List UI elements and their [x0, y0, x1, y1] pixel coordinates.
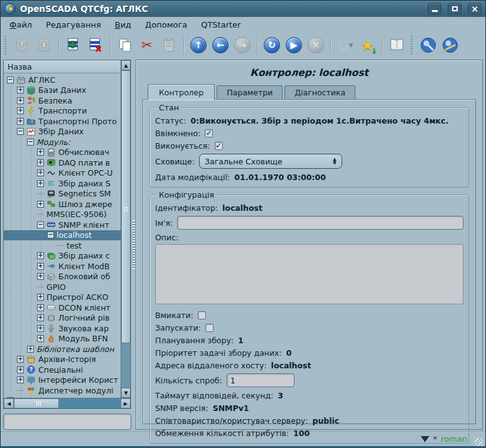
expand-icon[interactable]: +: [17, 118, 24, 125]
back-button[interactable]: ←: [211, 36, 230, 55]
expand-icon[interactable]: +: [37, 294, 44, 301]
tree-item-збір-даних-с[interactable]: +Збір даних с: [4, 251, 121, 262]
tree-item-архіви-історія[interactable]: +Архіви-Історія: [4, 355, 121, 365]
tree-item-аглкс[interactable]: −АГЛКС: [4, 75, 121, 85]
copy-item-button[interactable]: [116, 36, 134, 55]
to-enable-checkbox[interactable]: [198, 311, 206, 319]
tab-діагностика[interactable]: Діагностика: [284, 85, 355, 99]
collapse-icon[interactable]: −: [47, 232, 54, 238]
tree-item-dcon-клієнт[interactable]: +DCONDCON клієнт: [4, 302, 121, 313]
name-field[interactable]: [177, 216, 463, 230]
tree-item-segnetics-sm[interactable]: Segnetics SM: [4, 189, 121, 200]
favorites-dropdown-icon[interactable]: ▼: [348, 42, 353, 48]
menu-item-3[interactable]: Вид: [109, 18, 138, 31]
expand-icon[interactable]: +: [37, 304, 44, 311]
expand-icon[interactable]: +: [37, 169, 44, 176]
tree-item-блоковий-об[interactable]: +Блоковий об: [4, 272, 121, 282]
spinner-arrows-icon[interactable]: ▲▼: [328, 157, 342, 165]
tab-параметри[interactable]: Параметри: [217, 85, 283, 99]
expand-icon[interactable]: +: [17, 376, 24, 383]
horizontal-scroll-track[interactable]: [59, 398, 121, 408]
scroll-down-button[interactable]: ▼: [121, 388, 131, 398]
tree-item-клієнт-modb[interactable]: +Клієнт ModB: [4, 261, 121, 272]
menu-item-2[interactable]: Редагування: [40, 18, 107, 31]
expand-icon[interactable]: +: [37, 252, 44, 259]
expand-icon[interactable]: +: [37, 314, 44, 321]
collapse-icon[interactable]: −: [7, 77, 14, 83]
collapse-icon[interactable]: −: [37, 221, 44, 228]
tree-item-клієнт-opc-u[interactable]: +Клієнт OPC-U: [4, 168, 121, 179]
panel-splitter[interactable]: [131, 60, 136, 430]
toolbar-grip[interactable]: [411, 36, 414, 55]
expand-icon[interactable]: +: [17, 366, 24, 373]
tree-item-диспетчер-модулі[interactable]: Диспетчер модулі: [4, 385, 121, 396]
tree-item-partial-31[interactable]: +: [4, 396, 121, 398]
vertical-scroll-thumb[interactable]: [121, 70, 131, 343]
expand-icon[interactable]: +: [37, 180, 44, 187]
to-start-checkbox[interactable]: [205, 324, 213, 332]
expand-icon[interactable]: +: [37, 201, 44, 208]
tree-item-спеціальні[interactable]: +?Спеціальні: [4, 365, 121, 375]
refresh-button[interactable]: ↻: [262, 36, 281, 55]
toolbar-grip[interactable]: [4, 36, 8, 55]
expand-icon[interactable]: +: [37, 325, 44, 332]
tree-item-транспорти[interactable]: +Транспорти: [4, 106, 121, 117]
tree-item-логічний-рів[interactable]: +Логічний рів: [4, 313, 121, 324]
collapse-icon[interactable]: −: [17, 128, 24, 135]
horizontal-scroll-thumb[interactable]: [14, 398, 59, 408]
tree-item-localhost[interactable]: −localhost: [4, 230, 121, 241]
add-item-button[interactable]: [64, 36, 83, 55]
storage-select[interactable]: Загальне Сховище ▲▼: [199, 154, 342, 169]
delete-item-button[interactable]: [86, 36, 105, 55]
tree-horizontal-scrollbar[interactable]: ◀ ▶: [4, 398, 131, 408]
tree-item-daq-плати-в[interactable]: +DAQ плати в: [4, 157, 121, 168]
qtcfg-starter-button[interactable]: [419, 36, 438, 55]
vertical-scroll-track[interactable]: [121, 343, 131, 388]
tree-item-інтерфейси-корист[interactable]: +Інтерфейси Корист: [4, 375, 121, 386]
scroll-right-button[interactable]: ▶: [121, 398, 131, 408]
enabled-checkbox[interactable]: ✓: [205, 129, 213, 137]
tree-item-збір-даних-s[interactable]: +Збір даних S: [4, 178, 121, 189]
start-button[interactable]: ▶: [284, 36, 303, 55]
tree-item-mms-iec-9506[interactable]: MMS(IEC-9506): [4, 210, 121, 220]
close-button[interactable]: ×: [468, 3, 482, 14]
vision-starter-button[interactable]: [441, 36, 460, 55]
tree-item-збір-даних[interactable]: −Збір Даних: [4, 127, 121, 137]
expand-icon[interactable]: +: [37, 263, 44, 270]
tree-item-snmp-клієнт[interactable]: −SNMPSNMP клієнт: [4, 220, 121, 230]
expand-icon[interactable]: +: [37, 335, 44, 342]
menu-item-5[interactable]: QTStarter: [195, 18, 247, 31]
tree-item-модуль[interactable]: −Модуль:: [4, 137, 121, 147]
tab-контролер[interactable]: Контролер: [148, 84, 215, 100]
menu-item-1[interactable]: Файл: [3, 18, 38, 31]
tree-item-пристрої-аско[interactable]: +Пристрої АСКО: [4, 292, 121, 303]
expand-icon[interactable]: +: [37, 149, 44, 156]
scroll-left-button[interactable]: ◀: [4, 398, 14, 408]
expand-icon[interactable]: +: [37, 159, 44, 166]
add-favorite-button[interactable]: ★↓: [358, 36, 377, 55]
manual-button[interactable]: [387, 36, 406, 55]
cut-item-button[interactable]: ✂: [138, 36, 156, 55]
menu-item-4[interactable]: Допомога: [139, 18, 193, 31]
collapse-icon[interactable]: −: [27, 139, 34, 146]
tree-item-бібліотека-шаблон[interactable]: +Бібліотека шаблон: [4, 344, 121, 355]
tray-triangle-icon[interactable]: [421, 436, 429, 442]
tree-item-обчислювач[interactable]: +Обчислювач: [4, 147, 121, 158]
tree-item-шлюз-джере[interactable]: +Шлюз джере: [4, 199, 121, 210]
minimize-button[interactable]: [428, 3, 441, 14]
expand-icon[interactable]: +: [17, 356, 24, 363]
expand-icon[interactable]: +: [17, 87, 24, 93]
expand-icon[interactable]: +: [17, 107, 24, 114]
tree-item-безпека[interactable]: +Безпека: [4, 95, 121, 106]
expand-icon[interactable]: +: [27, 346, 34, 353]
maximize-button[interactable]: [448, 3, 462, 14]
running-checkbox[interactable]: ✓: [215, 142, 223, 150]
tree-item-транспортні-прото[interactable]: +Транспортні Прото: [4, 116, 121, 127]
tree-item-бази-даних[interactable]: +Бази Даних: [4, 85, 121, 96]
tree-item-test[interactable]: test: [4, 240, 121, 251]
expand-icon[interactable]: +: [17, 97, 24, 104]
expand-icon[interactable]: +: [7, 397, 14, 398]
retries-field[interactable]: [227, 373, 294, 387]
tree-filter-field[interactable]: [3, 413, 131, 430]
tree-item-звукова-кар[interactable]: +Звукова кар: [4, 323, 121, 334]
